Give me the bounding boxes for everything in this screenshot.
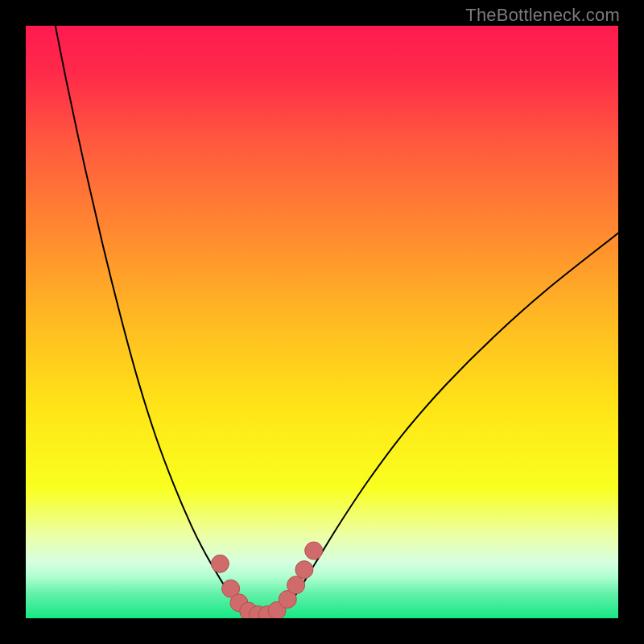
curve-marker	[305, 542, 323, 559]
curve-marker	[287, 576, 305, 594]
watermark-text: TheBottleneck.com	[465, 5, 620, 26]
chart-frame: TheBottleneck.com	[0, 0, 644, 644]
chart-plot-area	[26, 26, 618, 618]
curve-marker	[211, 555, 229, 572]
curve-marker	[295, 561, 313, 579]
chart-svg	[26, 26, 618, 618]
chart-background	[26, 26, 618, 618]
